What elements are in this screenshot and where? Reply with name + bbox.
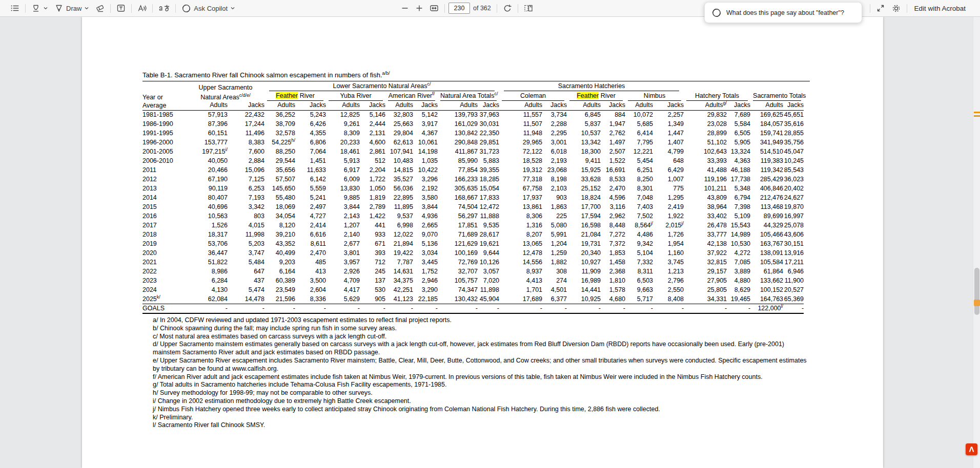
table-cell: 34,375	[385, 276, 413, 285]
rotate-button[interactable]	[500, 2, 515, 14]
edit-with-acrobat-button[interactable]: Edit with Acrobat	[910, 3, 970, 14]
table-cell: 55,480	[264, 193, 295, 202]
page-view-button[interactable]	[521, 2, 536, 14]
table-cell: 121,629	[438, 239, 478, 248]
table-cell: 3,844	[413, 202, 438, 211]
erase-button[interactable]	[92, 2, 108, 14]
toolbar-separator	[175, 4, 176, 13]
toolbar-center-group: of 362	[398, 0, 536, 16]
table-cell: 2,204	[360, 165, 385, 175]
page-number-input[interactable]	[448, 3, 470, 14]
draw-button[interactable]: Draw	[51, 2, 92, 14]
table-cell: 60,151	[187, 129, 228, 138]
column-header: Adults	[438, 101, 478, 110]
acrobat-extension-badge[interactable]	[966, 443, 977, 455]
read-aloud-button[interactable]	[134, 2, 150, 14]
table-cell: 5,629	[326, 294, 360, 304]
table-cell: 8,986	[187, 267, 228, 276]
table-cell: 27,905	[684, 276, 727, 285]
table-cell: 43,352	[264, 239, 295, 248]
table-cell: 1,204	[542, 239, 567, 248]
column-header: Adults	[499, 101, 542, 110]
rotate-icon	[503, 4, 512, 13]
table-cell: 35,756	[783, 138, 804, 147]
column-header: Feather River	[567, 91, 625, 101]
table-cell: -	[499, 304, 542, 313]
table-cell: 145,650	[264, 184, 295, 193]
table-cell: 29,804	[385, 129, 413, 138]
table-cell: 113,468	[750, 202, 783, 211]
column-header	[142, 81, 187, 91]
column-header: Adults	[750, 101, 783, 110]
year-cell: 2020	[142, 248, 187, 258]
scrollbar-thumb[interactable]	[974, 268, 979, 315]
table-cell: 4,709	[326, 276, 360, 285]
table-cell: 56,297	[438, 211, 478, 221]
table-cell: 1,497	[601, 138, 625, 147]
acrobat-icon	[967, 445, 976, 454]
table-cell: 32,815	[684, 258, 727, 267]
table-cell: 4,355	[295, 129, 326, 138]
table-cell: 4,727	[295, 211, 326, 221]
table-cell: 87,396	[187, 119, 228, 129]
ask-copilot-button[interactable]: Ask Copilot	[178, 2, 238, 15]
page-view-icon	[524, 4, 533, 13]
table-of-contents-button[interactable]	[7, 2, 23, 14]
table-cell: 51,822	[187, 258, 228, 267]
vertical-scrollbar[interactable]	[973, 17, 980, 468]
fit-to-width-button[interactable]	[426, 2, 442, 14]
year-cell: 1991-1995	[142, 129, 187, 138]
table-cell: 19,621	[478, 239, 499, 248]
column-header: Jacks	[295, 101, 326, 110]
table-cell: 17,851	[438, 221, 478, 230]
table-cell: 308	[542, 267, 567, 276]
table-cell: 35,527	[385, 175, 413, 184]
chevron-down-icon	[230, 6, 235, 11]
table-cell: 6,426	[295, 119, 326, 129]
table-cell: 1,722	[360, 175, 385, 184]
table-cell: 38,964	[684, 202, 727, 211]
table-cell: 18,069	[264, 202, 295, 211]
table-cell: 4,501	[542, 285, 567, 294]
year-cell: 2024	[142, 285, 187, 294]
find-highlight: Feather	[577, 92, 599, 99]
table-row: 201120,46615,09635,65611,6336,9172,20414…	[142, 165, 804, 175]
toolbar-separator	[497, 4, 497, 13]
table-cell: 3,844	[326, 202, 360, 211]
toolbar-separator	[444, 4, 445, 13]
table-cell: 100,169	[438, 248, 478, 258]
table-cell: 6,018	[542, 147, 567, 156]
table-cell: 3,445	[413, 258, 438, 267]
settings-button[interactable]	[888, 2, 904, 15]
table-cell: -	[542, 304, 567, 313]
table-cell: 2,762	[601, 129, 625, 138]
year-cell: 2025k/	[142, 294, 187, 304]
footnote: g/ Total adults in Sacramento hatcheries…	[153, 381, 809, 389]
copilot-suggestion-popup[interactable]: What does this page say about "feather"?	[704, 2, 862, 23]
page-count-label: of 362	[473, 5, 491, 12]
table-cell: 22,432	[228, 110, 264, 119]
table-cell: 4,015	[228, 221, 264, 230]
draw-label: Draw	[66, 5, 81, 12]
expand-button[interactable]	[873, 2, 888, 14]
footnote: h/ Survey methodology for 1998-99; may n…	[153, 389, 809, 397]
table-cell: 212,476	[750, 193, 783, 202]
year-cell: 2019	[142, 239, 187, 248]
column-header: Jacks	[360, 101, 385, 110]
add-text-button[interactable]	[113, 2, 129, 14]
zoom-out-button[interactable]	[398, 3, 412, 14]
table-cell: 10,483	[385, 156, 413, 165]
table-row: 201480,4077,19355,4805,2419,8851,81922,8…	[142, 193, 804, 202]
table-cell: 42,251	[385, 285, 413, 294]
table-cell: 8,629	[727, 285, 750, 294]
zoom-in-button[interactable]	[412, 3, 426, 14]
table-cell: 119,383	[750, 156, 783, 165]
table-cell: 11,507	[499, 119, 542, 129]
translate-button[interactable]	[155, 2, 173, 14]
table-cell: 137	[360, 276, 385, 285]
highlight-button[interactable]	[28, 2, 51, 14]
column-header: Average	[142, 101, 187, 110]
table-cell: 8,301	[625, 184, 653, 193]
table-cell: 6,503	[625, 276, 653, 285]
table-cell: 7,085	[727, 258, 750, 267]
